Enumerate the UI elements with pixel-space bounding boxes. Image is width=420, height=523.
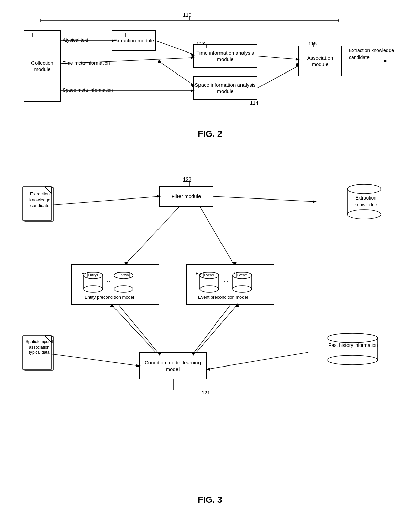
svg-line-56 <box>51 354 139 366</box>
spatiotemporal-text: Spatiotemporal association typical data <box>24 339 55 355</box>
svg-line-44 <box>125 207 180 264</box>
svg-line-16 <box>257 56 298 59</box>
association-module-box: Association module <box>298 46 342 76</box>
svg-line-48 <box>119 305 159 354</box>
svg-line-12 <box>159 62 193 85</box>
condition-learning-label: Condition model learning model <box>140 359 206 373</box>
svg-line-42 <box>213 196 315 202</box>
ref-121: 121 <box>202 390 210 395</box>
time-analysis-label: Time information analysis module <box>194 49 257 63</box>
svg-point-31 <box>347 184 381 194</box>
svg-point-30 <box>347 210 381 219</box>
past-history-cylinder: Past history information <box>318 332 386 367</box>
fig2-caption-text: FIG. 2 <box>14 129 406 139</box>
svg-line-50 <box>193 305 230 354</box>
svg-point-37 <box>327 355 378 365</box>
space-analysis-label: Space information analysis module <box>194 82 257 95</box>
extraction-knowledge-candidate-text: Extraction knowledge candidate <box>25 191 55 209</box>
fig3-diagram: 122 121 Filter module Condition model le… <box>14 152 406 508</box>
svg-line-52 <box>112 305 156 352</box>
svg-line-40 <box>51 196 159 205</box>
svg-point-11 <box>158 60 161 63</box>
fig3-caption-text: FIG. 3 <box>14 495 406 505</box>
svg-point-38 <box>327 333 378 343</box>
event1-label: Event1 <box>196 271 209 277</box>
extraction-module-label: Extraction module <box>113 37 154 44</box>
svg-line-18 <box>257 66 298 88</box>
page: 110 111 112 113 114 115 Collection modul… <box>0 0 420 523</box>
svg-line-58 <box>207 352 308 369</box>
event-precondition-text: Event precondition model <box>198 295 248 300</box>
entity1-label: Entity1 <box>81 271 95 277</box>
svg-line-46 <box>200 207 234 264</box>
condition-learning-box: Condition model learning model <box>139 352 207 379</box>
extraction-knowledge-candidate-doc: Extraction knowledge candidate <box>22 186 59 225</box>
fig2-arrows <box>14 10 406 125</box>
ref-114: 114 <box>250 100 258 106</box>
collection-module-box: Collection module <box>24 30 61 102</box>
association-module-label: Association module <box>299 55 341 68</box>
svg-line-54 <box>196 305 237 352</box>
fig2-caption: FIG. 2 <box>14 129 406 139</box>
past-history-text: Past history information <box>322 342 384 349</box>
filter-module-label: Filter module <box>172 193 201 200</box>
collection-module-label: Collection module <box>24 60 60 73</box>
ref-122: 122 <box>183 176 191 182</box>
extraction-knowledge-cylinder: Extraction knowledge <box>342 183 386 222</box>
space-meta-label: Space meta-information <box>63 87 113 93</box>
eventn-label: Eventn <box>234 271 247 277</box>
spatiotemporal-doc: Spatiotemporal association typical data <box>22 335 61 374</box>
extraction-knowledge-text: Extraction knowledge <box>345 195 386 208</box>
atypical-text-label: Atypical text <box>63 37 88 43</box>
space-analysis-box: Space information analysis module <box>193 76 257 100</box>
extraction-module-box: Extraction module <box>112 30 156 51</box>
svg-marker-43 <box>313 200 317 203</box>
svg-line-7 <box>156 41 193 54</box>
time-meta-label: Time meta-information <box>63 60 110 66</box>
filter-module-box: Filter module <box>159 186 213 207</box>
extraction-knowledge-candidate-label: Extraction knowledge candidate <box>349 47 406 61</box>
entity-precondition-text: Entity precondition model <box>85 295 134 300</box>
past-history-svg <box>318 332 386 366</box>
fig2-diagram: 110 111 112 113 114 115 Collection modul… <box>14 10 406 139</box>
fig3-caption: FIG. 3 <box>14 495 406 505</box>
time-analysis-box: Time information analysis module <box>193 44 257 68</box>
entityn-label: Entityn <box>117 271 130 277</box>
ref-110: 110 <box>183 12 191 18</box>
